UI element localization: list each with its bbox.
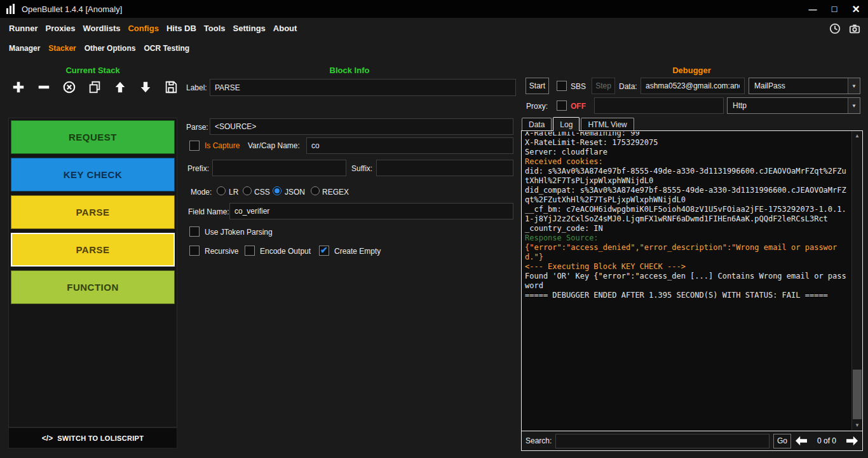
create-empty-label: Create Empty [334, 247, 381, 256]
log-line: did_compat: s%3Av0%3A874e97bf-8555-49de-… [525, 186, 848, 205]
stack-block-keycheck[interactable]: KEY CHECK [11, 158, 175, 191]
match-counter: 0 of 0 [811, 436, 842, 445]
log-search-input[interactable] [555, 434, 770, 448]
menu-item-wordlists[interactable]: Wordlists [83, 24, 120, 33]
menu-item-hitsdb[interactable]: Hits DB [166, 24, 196, 33]
menu-item-proxies[interactable]: Proxies [46, 24, 76, 33]
proxy-checkbox[interactable] [557, 101, 567, 111]
log-line: Response Source: [525, 233, 848, 243]
log-line: _country_code: IN [525, 224, 848, 233]
varcap-name-input[interactable] [306, 137, 513, 154]
move-down-icon[interactable] [137, 79, 154, 95]
previous-match-icon[interactable] [795, 435, 808, 447]
menu-item-settings[interactable]: Settings [233, 24, 266, 33]
log-line: <--- Executing Block KEY CHECK ---> [525, 262, 848, 272]
mode-radio-lr[interactable] [217, 186, 226, 195]
configs-submenu: Manager Stacker Other Options OCR Testin… [0, 39, 868, 58]
suffix-caption: Suffix: [351, 164, 372, 173]
chevron-down-icon: ▼ [848, 78, 860, 94]
recursive-label: Recursive [205, 247, 238, 256]
close-icon[interactable]: × [850, 3, 862, 15]
log-view[interactable]: X-RateLimit-Remaining: 99 X-RateLimit-Re… [522, 132, 851, 430]
stack-block-parse-1[interactable]: PARSE [11, 195, 175, 229]
code-icon: </> [42, 434, 53, 443]
scrollbar-thumb[interactable] [853, 370, 862, 419]
parse-source-input[interactable] [210, 118, 513, 135]
switch-to-loliscript-button[interactable]: </> SWITCH TO LOLISCRIPT [8, 427, 177, 448]
menu-item-configs[interactable]: Configs [128, 24, 158, 33]
log-line: Found 'OR' Key {"error":"access_den [...… [525, 272, 848, 291]
menu-item-about[interactable]: About [273, 24, 297, 33]
debugger-title: Debugger [521, 66, 862, 75]
mode-radio-css[interactable] [243, 186, 252, 195]
submenu-item-manager[interactable]: Manager [9, 44, 40, 53]
mode-radio-regex[interactable] [311, 186, 320, 195]
sbs-label: SBS [571, 82, 586, 91]
openbullet-window: OpenBullet 1.4.4 [Anomaly] — □ × Runner … [0, 0, 868, 458]
stack-block-parse-2-selected[interactable]: PARSE [11, 233, 175, 267]
update-clock-icon[interactable] [827, 20, 843, 37]
tab-log[interactable]: Log [553, 117, 580, 131]
wordlist-type-dropdown[interactable]: MailPass ▼ [749, 78, 860, 94]
mode-label-regex: REGEX [322, 188, 349, 197]
mode-radio-json[interactable] [273, 186, 281, 195]
delete-block-icon[interactable] [61, 79, 78, 95]
menu-item-tools[interactable]: Tools [204, 24, 226, 33]
stack-block-request[interactable]: REQUEST [11, 120, 175, 154]
log-scrollbar[interactable]: ▲ ▼ [851, 131, 862, 430]
is-capture-checkbox[interactable] [189, 141, 200, 151]
suffix-input[interactable] [376, 160, 513, 176]
start-button[interactable]: Start [526, 78, 549, 94]
save-config-icon[interactable] [163, 79, 179, 95]
current-stack-title: Current Stack [8, 66, 177, 75]
log-line: did: s%3Av0%3A874e97bf-8555-49de-a330-3d… [525, 167, 848, 186]
stack-toolbar [10, 79, 179, 95]
parse-caption: Parse: [186, 123, 208, 132]
debug-data-input[interactable] [641, 78, 745, 94]
scroll-down-icon[interactable]: ▼ [852, 420, 862, 430]
sbs-checkbox[interactable] [557, 81, 567, 91]
recursive-checkbox[interactable] [189, 246, 200, 256]
window-title: OpenBullet 1.4.4 [Anomaly] [22, 4, 122, 14]
mode-label-json: JSON [285, 188, 305, 197]
stack-block-function[interactable]: FUNCTION [11, 270, 175, 304]
log-line: ===== DEBUGGER ENDED AFTER 1.395 SECOND(… [525, 291, 848, 300]
remove-block-icon[interactable] [36, 79, 52, 95]
log-line: X-RateLimit-Remaining: 99 [525, 132, 848, 138]
is-capture-label: Is Capture [205, 141, 240, 150]
submenu-item-other-options[interactable]: Other Options [85, 44, 136, 53]
mode-caption: Mode: [191, 188, 212, 197]
prefix-input[interactable] [212, 160, 346, 176]
scroll-up-icon[interactable]: ▲ [852, 131, 862, 141]
minimize-icon[interactable]: — [807, 3, 818, 15]
block-info-title: Block Info [184, 66, 515, 75]
tab-data[interactable]: Data [522, 118, 552, 130]
next-match-icon[interactable] [846, 435, 858, 447]
encode-output-label: Encode Output [260, 247, 311, 256]
log-line: X-RateLimit-Reset: 1753292075 [525, 138, 848, 148]
create-empty-checkbox[interactable] [319, 246, 329, 256]
submenu-item-ocr-testing[interactable]: OCR Testing [144, 44, 189, 53]
debugger-log-panel: X-RateLimit-Remaining: 99 X-RateLimit-Re… [521, 130, 863, 451]
add-block-icon[interactable] [10, 79, 27, 95]
screenshot-camera-icon[interactable] [846, 20, 863, 37]
log-line: {"error":"access_denied","error_descript… [525, 243, 848, 262]
clone-block-icon[interactable] [86, 79, 103, 95]
step-button[interactable]: Step [592, 78, 615, 94]
proxy-input[interactable] [594, 97, 724, 114]
search-go-button[interactable]: Go [773, 434, 791, 448]
mode-label-lr: LR [229, 188, 238, 197]
jtoken-checkbox[interactable] [189, 226, 200, 237]
proxy-status-off: OFF [571, 102, 586, 111]
block-label-input[interactable] [210, 79, 516, 96]
move-up-icon[interactable] [112, 79, 128, 95]
proxy-type-dropdown[interactable]: Http ▼ [727, 97, 860, 114]
submenu-item-stacker[interactable]: Stacker [48, 44, 76, 53]
log-line: Server: cloudflare [525, 148, 848, 157]
encode-output-checkbox[interactable] [245, 246, 255, 256]
field-name-input[interactable] [229, 203, 513, 219]
menu-item-runner[interactable]: Runner [9, 24, 38, 33]
label-caption: Label: [186, 83, 207, 92]
tab-html-view[interactable]: HTML View [581, 118, 634, 130]
maximize-icon[interactable]: □ [829, 3, 840, 15]
